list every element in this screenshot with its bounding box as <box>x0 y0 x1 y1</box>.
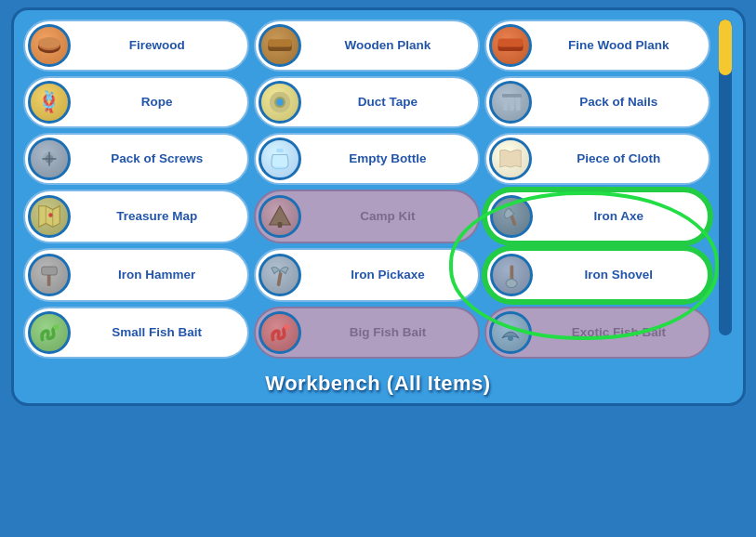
svg-rect-13 <box>502 94 510 98</box>
item-icon-iron-hammer <box>28 254 71 296</box>
item-label-iron-pickaxe: Iron Pickaxe <box>307 268 469 282</box>
item-cell-firewood[interactable]: Firewood <box>23 20 249 72</box>
item-cell-duct-tape[interactable]: Duct Tape <box>254 76 480 128</box>
item-icon-camp-kit <box>259 195 301 238</box>
item-cell-iron-shovel[interactable]: Iron Shovel <box>484 248 710 302</box>
item-label-duct-tape: Duct Tape <box>307 95 469 110</box>
item-label-fine-wood-plank: Fine Wood Plank <box>537 38 699 53</box>
items-grid-wrapper: FirewoodWooden PlankFine Wood Plank🪢Rope… <box>23 20 711 359</box>
svg-point-9 <box>276 98 284 106</box>
svg-rect-14 <box>509 94 516 98</box>
item-label-empty-bottle: Empty Bottle <box>307 151 469 166</box>
item-cell-camp-kit[interactable]: Camp Kit <box>254 190 480 243</box>
svg-rect-6 <box>498 39 524 47</box>
grid-area: FirewoodWooden PlankFine Wood Plank🪢Rope… <box>23 20 734 359</box>
item-icon-empty-bottle <box>259 138 301 180</box>
item-cell-iron-hammer[interactable]: Iron Hammer <box>23 248 249 302</box>
item-label-treasure-map: Treasure Map <box>76 209 238 224</box>
item-label-rope: Rope <box>76 95 238 110</box>
svg-rect-26 <box>278 222 283 228</box>
item-label-iron-hammer: Iron Hammer <box>76 268 238 282</box>
item-label-pack-of-nails: Pack of Nails <box>537 95 699 110</box>
item-label-firewood: Firewood <box>76 38 238 53</box>
svg-rect-31 <box>511 266 514 282</box>
svg-rect-15 <box>515 94 523 98</box>
svg-point-24 <box>48 213 53 217</box>
item-cell-exotic-fish-bait[interactable]: Exotic Fish Bait <box>484 307 710 359</box>
item-icon-rope: 🪢 <box>28 81 71 124</box>
item-cell-piece-of-cloth[interactable]: Piece of Cloth <box>484 133 710 185</box>
item-cell-iron-pickaxe[interactable]: Iron Pickaxe <box>254 248 480 302</box>
item-icon-exotic-fish-bait <box>489 311 532 354</box>
item-label-camp-kit: Camp Kit <box>307 209 469 224</box>
item-cell-big-fish-bait[interactable]: Big Fish Bait <box>254 307 480 359</box>
item-icon-firewood <box>28 24 71 67</box>
item-icon-wooden-plank <box>259 24 301 67</box>
item-label-iron-shovel: Iron Shovel <box>538 268 698 282</box>
item-icon-iron-pickaxe <box>259 254 301 296</box>
item-label-pack-of-screws: Pack of Screws <box>76 151 238 166</box>
item-icon-piece-of-cloth <box>489 138 532 180</box>
svg-point-34 <box>284 324 289 330</box>
item-label-small-fish-bait: Small Fish Bait <box>76 325 238 340</box>
svg-point-32 <box>506 280 517 288</box>
scrollbar-track[interactable] <box>719 20 732 335</box>
scrollbar[interactable] <box>717 20 734 359</box>
item-cell-rope[interactable]: 🪢Rope <box>23 76 249 128</box>
item-icon-small-fish-bait <box>28 311 71 354</box>
item-label-big-fish-bait: Big Fish Bait <box>307 325 469 340</box>
item-cell-pack-of-nails[interactable]: Pack of Nails <box>484 76 710 128</box>
item-icon-big-fish-bait <box>259 311 301 354</box>
svg-point-33 <box>53 324 59 330</box>
svg-marker-25 <box>270 206 291 225</box>
main-panel: FirewoodWooden PlankFine Wood Plank🪢Rope… <box>11 7 746 406</box>
item-icon-iron-axe <box>490 195 533 238</box>
item-icon-treasure-map <box>28 195 71 238</box>
item-label-iron-axe: Iron Axe <box>538 209 698 224</box>
item-cell-empty-bottle[interactable]: Empty Bottle <box>254 133 480 185</box>
workbench-title: Workbench (All Items) <box>23 372 734 396</box>
svg-rect-20 <box>276 149 284 153</box>
item-cell-wooden-plank[interactable]: Wooden Plank <box>254 20 480 72</box>
item-cell-fine-wood-plank[interactable]: Fine Wood Plank <box>484 20 710 72</box>
svg-point-35 <box>508 335 513 341</box>
svg-rect-29 <box>41 267 57 275</box>
item-label-piece-of-cloth: Piece of Cloth <box>537 151 699 166</box>
items-grid: FirewoodWooden PlankFine Wood Plank🪢Rope… <box>23 20 711 359</box>
item-label-exotic-fish-bait: Exotic Fish Bait <box>537 325 699 340</box>
svg-point-21 <box>272 166 288 171</box>
item-cell-small-fish-bait[interactable]: Small Fish Bait <box>23 307 249 359</box>
svg-rect-4 <box>268 39 292 46</box>
item-cell-treasure-map[interactable]: Treasure Map <box>23 190 249 243</box>
item-icon-pack-of-screws <box>28 138 71 180</box>
item-icon-fine-wood-plank <box>489 24 532 67</box>
svg-point-2 <box>38 37 60 48</box>
item-icon-pack-of-nails <box>489 81 532 124</box>
item-icon-duct-tape <box>259 81 301 124</box>
item-label-wooden-plank: Wooden Plank <box>307 38 469 53</box>
item-cell-iron-axe[interactable]: Iron Axe <box>484 190 710 243</box>
svg-rect-30 <box>276 272 282 286</box>
scrollbar-thumb[interactable] <box>719 20 732 75</box>
item-icon-iron-shovel <box>490 254 533 296</box>
item-cell-pack-of-screws[interactable]: Pack of Screws <box>23 133 249 185</box>
